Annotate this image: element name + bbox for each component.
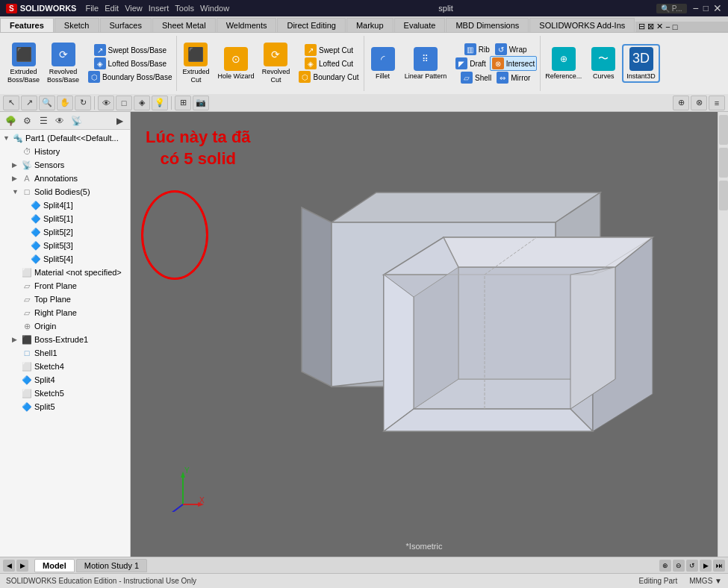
win-minimize[interactable]: −: [693, 2, 699, 14]
menu-tools[interactable]: Tools: [175, 4, 194, 13]
tab-model-active[interactable]: Model: [34, 559, 75, 572]
tree-split5-2[interactable]: 🔷 Split5[2]: [0, 225, 130, 239]
ribbon-ctrl-1[interactable]: ⊟: [638, 22, 645, 31]
curves-button[interactable]: 〜 Curves: [586, 46, 620, 82]
tree-history[interactable]: ⏱ History: [0, 145, 130, 158]
swept-boss-button[interactable]: ↗ Swept Boss/Base: [93, 43, 168, 57]
tree-root[interactable]: ▼ 🔩 Part1 (Default<<Default...: [0, 131, 130, 145]
tb2-arrow-icon[interactable]: ↖: [3, 96, 19, 110]
tab-features[interactable]: Features: [0, 18, 54, 32]
rp-btn-3[interactable]: [719, 181, 728, 210]
linear-pattern-button[interactable]: ⠿ Linear Pattern: [402, 46, 450, 82]
draft-button[interactable]: ◤ Draft: [454, 56, 488, 71]
tb2-material-icon[interactable]: ◈: [134, 96, 150, 110]
tree-right-plane[interactable]: ▱ Right Plane: [0, 306, 130, 319]
swept-cut-button[interactable]: ↗ Swept Cut: [303, 43, 355, 57]
intersect-button[interactable]: ⊗ Intersect: [490, 56, 537, 71]
tab-nav-left[interactable]: ◀: [3, 560, 15, 572]
tb2-zoom-icon[interactable]: 🔍: [39, 96, 55, 110]
wrap-button[interactable]: ↺ Wrap: [494, 43, 529, 56]
tb2-camera-icon[interactable]: 📷: [193, 96, 209, 110]
tab-motion-study-1[interactable]: Motion Study 1: [76, 559, 147, 572]
extruded-cut-button[interactable]: ⬛ ExtrudedCut: [178, 41, 213, 86]
ribbon-ctrl-2[interactable]: ⊠: [647, 22, 654, 31]
tab-weldments[interactable]: Weldments: [217, 18, 277, 32]
tree-top-plane[interactable]: ▱ Top Plane: [0, 293, 130, 306]
bottom-ctrl-1[interactable]: ⊕: [659, 560, 671, 572]
revolved-cut-button[interactable]: ⟳ RevolvedCut: [258, 41, 293, 86]
bottom-ctrl-2[interactable]: ⊖: [673, 560, 685, 572]
tree-shell1[interactable]: □ Shell1: [0, 346, 130, 360]
lofted-boss-button[interactable]: ◈ Lofted Boss/Base: [93, 57, 168, 70]
lt-config-icon[interactable]: ☰: [36, 114, 51, 128]
tb2-right-1[interactable]: ⊕: [673, 96, 689, 110]
hole-wizard-button[interactable]: ⊙ Hole Wizard: [214, 46, 257, 82]
tab-addins[interactable]: SOLIDWORKS Add-Ins: [529, 18, 635, 32]
rp-btn-2[interactable]: [719, 148, 728, 178]
ribbon-ctrl-4[interactable]: −: [665, 22, 670, 31]
menu-file[interactable]: File: [85, 4, 99, 13]
rib-button[interactable]: ▥ Rib: [463, 43, 491, 56]
tree-split5-1[interactable]: 🔷 Split5[1]: [0, 212, 130, 225]
tree-annotations[interactable]: ▶ A Annotations: [0, 172, 130, 185]
viewport[interactable]: Lúc này ta đãcó 5 solid: [131, 112, 718, 557]
tree-sketch5[interactable]: ⬜ Sketch5: [0, 387, 130, 400]
lofted-cut-button[interactable]: ◈ Lofted Cut: [303, 57, 355, 70]
tree-split5[interactable]: 🔷 Split5: [0, 400, 130, 413]
bottom-ctrl-5[interactable]: ⏭: [713, 560, 725, 572]
tree-solid-bodies[interactable]: ▼ □ Solid Bodies(5): [0, 185, 130, 198]
shell-button[interactable]: ▱ Shell: [459, 71, 493, 84]
win-restore[interactable]: □: [703, 3, 709, 13]
menu-edit[interactable]: Edit: [105, 4, 119, 13]
tb2-right-3[interactable]: ≡: [709, 96, 725, 110]
tab-direct-editing[interactable]: Direct Editing: [277, 18, 345, 32]
instant3d-button[interactable]: 3D Instant3D: [622, 44, 660, 84]
menu-insert[interactable]: Insert: [149, 4, 169, 13]
boundary-cut-button[interactable]: ⬡ Boundary Cut: [297, 70, 360, 84]
bottom-ctrl-3[interactable]: ↺: [686, 560, 698, 572]
tree-split5-3[interactable]: 🔷 Split5[3]: [0, 239, 130, 252]
lt-disp-icon[interactable]: 👁: [52, 114, 67, 128]
tree-material[interactable]: ⬜ Material <not specified>: [0, 266, 130, 279]
tb2-display-icon[interactable]: □: [116, 96, 132, 110]
rp-btn-1[interactable]: [719, 115, 728, 145]
tb2-right-2[interactable]: ⊗: [691, 96, 707, 110]
tree-boss-extrude1[interactable]: ▶ ⬛ Boss-Extrude1: [0, 333, 130, 346]
win-close[interactable]: ✕: [713, 2, 722, 14]
tab-mbd[interactable]: MBD Dimensions: [446, 18, 529, 32]
extruded-boss-button[interactable]: ⬛ ExtrudedBoss/Base: [4, 41, 43, 86]
tree-sensors[interactable]: ▶ 📡 Sensors: [0, 158, 130, 172]
mirror-button[interactable]: ⇔ Mirror: [495, 71, 532, 84]
ribbon-ctrl-5[interactable]: □: [673, 22, 678, 31]
tree-split5-4[interactable]: 🔷 Split5[4]: [0, 252, 130, 266]
lt-tree-icon[interactable]: 🌳: [3, 114, 18, 128]
tab-nav-right[interactable]: ▶: [16, 560, 28, 572]
tree-sketch4[interactable]: ⬜ Sketch4: [0, 360, 130, 373]
tb2-select-icon[interactable]: ↗: [21, 96, 37, 110]
tb2-light-icon[interactable]: 💡: [152, 96, 168, 110]
tb2-rotate-icon[interactable]: ↻: [75, 96, 91, 110]
tb2-view-icon[interactable]: 👁: [98, 96, 114, 110]
bottom-ctrl-4[interactable]: ▶: [700, 560, 712, 572]
lt-prop-icon[interactable]: ⚙: [19, 114, 34, 128]
tab-sketch[interactable]: Sketch: [55, 18, 99, 32]
tb2-section-icon[interactable]: ⊞: [175, 96, 191, 110]
revolved-boss-button[interactable]: ⟳ RevolvedBoss/Base: [44, 41, 82, 86]
fillet-button[interactable]: ◜ Fillet: [366, 46, 400, 82]
search-box[interactable]: 🔍 P...: [656, 4, 687, 13]
tab-evaluate[interactable]: Evaluate: [394, 18, 446, 32]
tab-markup[interactable]: Markup: [346, 18, 393, 32]
tree-front-plane[interactable]: ▱ Front Plane: [0, 279, 130, 293]
tb2-pan-icon[interactable]: ✋: [57, 96, 73, 110]
ribbon-ctrl-3[interactable]: ✕: [656, 22, 663, 31]
tree-split4-1[interactable]: 🔷 Split4[1]: [0, 198, 130, 212]
tree-split4[interactable]: 🔷 Split4: [0, 373, 130, 387]
reference-button[interactable]: ⊕ Reference...: [542, 46, 585, 82]
tab-surfaces[interactable]: Surfaces: [100, 18, 152, 32]
menu-window[interactable]: Window: [200, 4, 229, 13]
boundary-boss-button[interactable]: ⬡ Boundary Boss/Base: [87, 70, 173, 84]
tab-sheet-metal[interactable]: Sheet Metal: [152, 18, 216, 32]
units-dropdown[interactable]: ▼: [715, 577, 722, 585]
lt-sensor-icon[interactable]: 📡: [69, 114, 84, 128]
lt-expand-icon[interactable]: ▶: [112, 114, 127, 128]
